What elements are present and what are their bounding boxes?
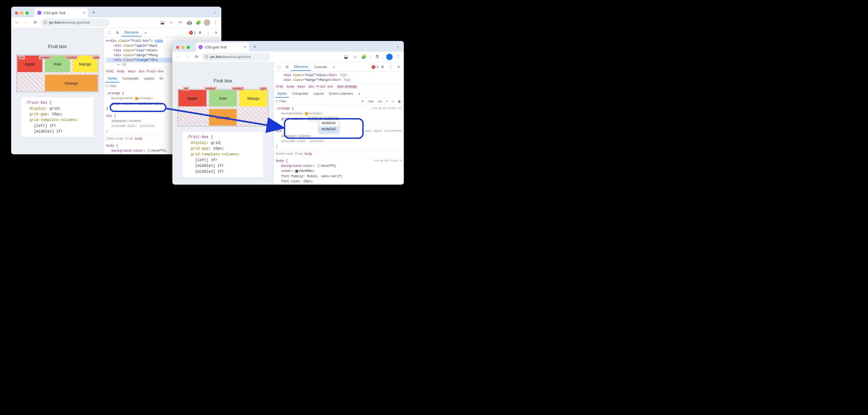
flex-badge[interactable]: flex	[342, 78, 352, 82]
tab-strip: CSS grid- fruit × + ⌄	[11, 7, 221, 17]
close-window-icon[interactable]	[15, 11, 18, 14]
cell-orange: Orange	[45, 75, 98, 91]
device-toolbar-icon[interactable]: ⧉	[283, 63, 291, 71]
extensions-icon[interactable]: 🧩	[360, 53, 368, 61]
new-tab-button[interactable]: +	[90, 9, 97, 16]
profile-avatar[interactable]	[204, 20, 210, 26]
dom-tree[interactable]: <div class="kiwi">Kiwi</div>flex <div cl…	[274, 72, 404, 84]
profile-avatar[interactable]	[386, 54, 393, 60]
panel-elements[interactable]: Elements	[291, 63, 311, 71]
minimize-window-icon[interactable]	[181, 46, 185, 49]
subtab-computed[interactable]: Computed	[120, 75, 141, 83]
install-app-icon[interactable]: ⬓	[342, 53, 349, 61]
subtab-more[interactable]: »	[356, 90, 362, 98]
grid-column-value[interactable]: middle1/mid	[137, 102, 160, 106]
tab-menu-button[interactable]: ⌄	[212, 9, 219, 15]
panel-elements[interactable]: Elements	[122, 29, 141, 36]
new-tab-button[interactable]: +	[251, 43, 258, 51]
subtab-styles[interactable]: Styles	[105, 75, 119, 83]
autocomplete-popup[interactable]: middle1 middle2	[319, 120, 339, 133]
bookmark-icon[interactable]: ☆	[351, 53, 359, 61]
error-badge[interactable]: ✕1	[189, 31, 196, 35]
toolbar: ← → ⟳ ⓘ jec.fish/demo/css-grid-fruit ⬓ ☆…	[173, 52, 404, 62]
close-devtools-icon[interactable]: ✕	[212, 29, 220, 36]
styles-subtabs: Styles Computed Layout Event Listeners »	[274, 90, 404, 98]
close-tab-icon[interactable]: ×	[83, 11, 85, 15]
autocomplete-option[interactable]: middle1	[319, 120, 339, 126]
close-devtools-icon[interactable]: ✕	[395, 63, 402, 71]
address-bar[interactable]: ⓘ jec.fish/demo/css-grid-fruit	[202, 53, 271, 61]
panel-console[interactable]: Console	[311, 63, 330, 70]
back-button[interactable]: ←	[13, 19, 21, 26]
devtools-menu-icon[interactable]: ⋮	[387, 63, 394, 71]
settings-icon[interactable]: ⚙	[196, 29, 204, 36]
panel-more[interactable]: »	[142, 29, 149, 36]
hov-toggle[interactable]: :hov	[367, 99, 375, 104]
forward-button: →	[184, 53, 191, 61]
settings-icon[interactable]: ⚙	[379, 63, 386, 71]
bookmark-icon[interactable]: ☆	[167, 19, 175, 26]
grid-line-label: middle1	[204, 87, 217, 91]
rule-source[interactable]: css-grid-fruit:3	[373, 159, 402, 163]
page-title: Fruit box	[178, 78, 268, 84]
site-info-icon[interactable]: ⓘ	[43, 20, 47, 25]
subtab-layout[interactable]: Layout	[142, 75, 156, 83]
tab-menu-button[interactable]: ⌄	[394, 43, 402, 50]
reload-button[interactable]: ⟳	[31, 19, 39, 26]
menu-button[interactable]: ⋮	[394, 53, 402, 61]
robot-icon[interactable]: 🤖	[186, 19, 193, 26]
install-app-icon[interactable]: ⬓	[159, 19, 166, 26]
styles-filter-row: ▽ ✦ :hov .cls + ▭ ◧	[274, 98, 404, 105]
rule-bg-strike: background: orange;	[276, 111, 402, 116]
browser-tab[interactable]: CSS grid- fruit ×	[196, 42, 249, 52]
toggle-sidebar-icon[interactable]: ◧	[397, 99, 402, 104]
subtab-styles[interactable]: Styles	[275, 90, 289, 98]
styles-filter-input[interactable]	[279, 99, 359, 103]
ai-icon[interactable]: ✦	[360, 99, 365, 104]
devtools-menu-icon[interactable]: ⋮	[204, 29, 212, 36]
cell-mango: Mango	[240, 90, 267, 106]
reload-button[interactable]: ⟳	[193, 53, 200, 61]
url-path: /demo/css-grid-fruit	[221, 55, 251, 59]
close-tab-icon[interactable]: ×	[244, 45, 246, 49]
panel-more[interactable]: »	[330, 63, 337, 70]
error-badge[interactable]: ✕1	[372, 65, 378, 69]
subtab-ev[interactable]: Ev	[157, 75, 165, 83]
cls-toggle[interactable]: .cls	[376, 99, 383, 104]
maximize-window-icon[interactable]	[187, 46, 190, 49]
styles-pane[interactable]: css-grid-fruit:11 .orange { background: …	[274, 105, 404, 185]
browser-window-right: CSS grid- fruit × + ⌄ ← → ⟳ ⓘ jec.fish/d…	[173, 41, 404, 185]
grid-line-label: right	[92, 56, 100, 59]
maximize-window-icon[interactable]	[26, 11, 29, 14]
scissors-icon[interactable]: ✄	[177, 19, 184, 26]
inspect-icon[interactable]: ⬚	[105, 29, 113, 36]
grid-line-label: middle2	[65, 56, 78, 59]
rule-source[interactable]: css-grid-fruit:11	[372, 106, 402, 111]
flex-badge[interactable]: flex	[339, 74, 348, 77]
device-toolbar-icon[interactable]: ⧉	[114, 29, 121, 36]
computed-sidebar-icon[interactable]: ▭	[391, 99, 396, 104]
minimize-window-icon[interactable]	[20, 11, 23, 14]
url-host: jec.fish	[49, 21, 60, 25]
subtab-computed[interactable]: Computed	[290, 90, 310, 98]
grid-line-labels: left middle1 middle2 right	[183, 87, 267, 91]
filter-icon: ▽	[105, 84, 108, 88]
fruit-grid: Apple Kiwi Mango Orange	[178, 89, 268, 126]
menu-button[interactable]: ⋮	[212, 19, 219, 26]
favicon-icon	[37, 11, 41, 15]
address-bar[interactable]: ⓘ jec.fish/demo/css-grid-fruit	[40, 19, 110, 27]
site-info-icon[interactable]: ⓘ	[205, 55, 208, 59]
new-rule-icon[interactable]: +	[385, 99, 389, 104]
subtab-layout[interactable]: Layout	[311, 90, 326, 98]
page-title: Fruit box	[17, 44, 98, 50]
experiments-icon[interactable]: ⚗	[373, 53, 381, 61]
browser-tab[interactable]: CSS grid- fruit ×	[35, 8, 88, 17]
subtab-event-listeners[interactable]: Event Listeners	[327, 90, 355, 98]
tab-title: CSS grid- fruit	[43, 11, 65, 15]
toolbar: ← → ⟳ ⓘ jec.fish/demo/css-grid-fruit ⬓ ☆…	[11, 17, 221, 28]
autocomplete-option-selected[interactable]: middle2	[319, 126, 339, 132]
extensions-icon[interactable]: 🧩	[195, 19, 202, 26]
close-window-icon[interactable]	[176, 46, 179, 49]
breadcrumb[interactable]: html body main div.fruit-box div.orange	[274, 84, 404, 90]
inspect-icon[interactable]: ⬚	[275, 63, 283, 71]
